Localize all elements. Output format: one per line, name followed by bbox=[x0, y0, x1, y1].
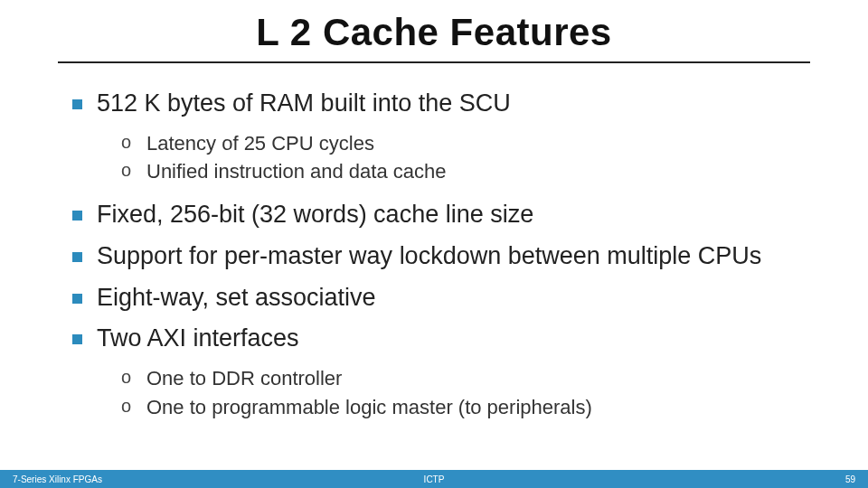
sub-bullet-list: o One to DDR controller o One to program… bbox=[121, 365, 796, 420]
circle-bullet-icon: o bbox=[121, 394, 134, 418]
footer-bar: 7-Series Xilinx FPGAs ICTP 59 bbox=[0, 470, 868, 488]
sub-bullet-text: One to programmable logic master (to per… bbox=[146, 394, 592, 421]
square-bullet-icon bbox=[72, 334, 82, 344]
sub-bullet-item: o One to DDR controller bbox=[121, 365, 796, 392]
square-bullet-icon bbox=[72, 294, 82, 304]
circle-bullet-icon: o bbox=[121, 130, 134, 155]
bullet-text: 512 K bytes of RAM built into the SCU bbox=[97, 89, 511, 119]
content-area: 512 K bytes of RAM built into the SCU o … bbox=[0, 63, 868, 421]
sub-bullet-text: Latency of 25 CPU cycles bbox=[146, 130, 374, 157]
bullet-item: Fixed, 256-bit (32 words) cache line siz… bbox=[72, 200, 796, 230]
sub-bullet-text: Unified instruction and data cache bbox=[146, 158, 446, 185]
bullet-item: Two AXI interfaces bbox=[72, 324, 796, 354]
footer-left: 7-Series Xilinx FPGAs bbox=[13, 474, 102, 484]
bullet-item: Support for per-master way lockdown betw… bbox=[72, 241, 796, 272]
bullet-item: 512 K bytes of RAM built into the SCU bbox=[72, 89, 796, 119]
sub-bullet-text: One to DDR controller bbox=[146, 365, 342, 392]
circle-bullet-icon: o bbox=[121, 158, 134, 183]
footer-center: ICTP bbox=[424, 474, 445, 484]
square-bullet-icon bbox=[72, 99, 82, 109]
bullet-text: Eight-way, set associative bbox=[97, 283, 376, 314]
title-wrap: L 2 Cache Features bbox=[0, 0, 868, 54]
square-bullet-icon bbox=[72, 211, 82, 221]
bullet-list: 512 K bytes of RAM built into the SCU o … bbox=[72, 89, 796, 421]
bullet-text: Fixed, 256-bit (32 words) cache line siz… bbox=[97, 200, 533, 230]
bullet-text: Support for per-master way lockdown betw… bbox=[97, 241, 761, 272]
footer-page-number: 59 bbox=[845, 474, 855, 484]
sub-bullet-list: o Latency of 25 CPU cycles o Unified ins… bbox=[121, 130, 796, 185]
bullet-text: Two AXI interfaces bbox=[97, 324, 299, 354]
slide-title: L 2 Cache Features bbox=[0, 11, 868, 54]
sub-bullet-item: o One to programmable logic master (to p… bbox=[121, 394, 796, 421]
sub-bullet-item: o Unified instruction and data cache bbox=[121, 158, 796, 185]
square-bullet-icon bbox=[72, 252, 82, 262]
circle-bullet-icon: o bbox=[121, 365, 134, 389]
sub-bullet-item: o Latency of 25 CPU cycles bbox=[121, 130, 796, 157]
bullet-item: Eight-way, set associative bbox=[72, 283, 796, 314]
